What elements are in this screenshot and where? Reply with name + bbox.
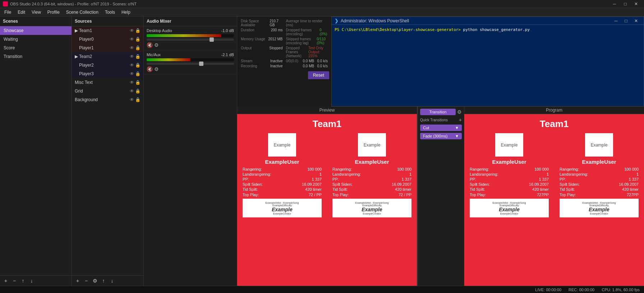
source-team2[interactable]: ▶ Team2 👁 🔒 (72, 52, 143, 61)
program-p1-stats: Rangering:100 000 Landsrangering:1 PP:1 … (470, 167, 549, 192)
ps-close-button[interactable]: ✕ (631, 18, 641, 24)
source-team1[interactable]: ▶ Team1 👁 🔒 (72, 26, 143, 35)
source-background[interactable]: Background 👁 🔒 (72, 95, 143, 104)
stats-panel: Disk Space Available 210.7 GB Average ti… (237, 17, 331, 107)
preview-p1-stats: Rangering:100 000 Landsrangering:1 PP:1 … (243, 167, 322, 192)
scenes-remove-button[interactable]: − (11, 277, 18, 284)
transition-button[interactable]: Transition (420, 109, 456, 115)
preview-p2-stat-5: Tid Spilt:420 timer (332, 187, 411, 192)
audio-desktop-fader[interactable] (147, 39, 234, 41)
sources-down-button[interactable]: ↓ (109, 277, 116, 284)
menu-help[interactable]: Help (119, 9, 133, 15)
stats-memory-label: Memory Usage (241, 37, 265, 45)
source-misc-text[interactable]: Misc Text 👁 🔒 (72, 78, 143, 87)
menu-scene-collection[interactable]: Scene Collection (63, 9, 101, 15)
audio-panel: Audio Mixer Desktop Audio -1.0 dB 🔇 ⚙ (144, 17, 237, 286)
transition-settings-icon[interactable]: ⚙ (457, 109, 462, 115)
program-p2-album-meta: ExampleArtist - ExampleSong (583, 202, 616, 204)
audio-desktop-meter (147, 34, 234, 37)
settings-desktop-button[interactable]: ⚙ (154, 42, 159, 48)
program-p2-album: ExampleArtist - ExampleSong ExampleDiffi… (560, 199, 639, 217)
preview-p2-stats: Rangering:100 000 Landsrangering:1 PP:1 … (332, 167, 411, 192)
program-p1-avatar-text: Example (501, 143, 518, 148)
program-p2-stats: Rangering:100 000 Landsrangering:1 PP:1 … (560, 167, 639, 192)
sources-add-button[interactable]: + (74, 277, 81, 284)
scene-item-waiting[interactable]: Waiting (0, 35, 72, 44)
sources-up-button[interactable]: ↑ (100, 277, 107, 284)
quick-transitions-add-button[interactable]: + (459, 117, 462, 123)
scenes-add-button[interactable]: + (2, 277, 9, 284)
menu-edit[interactable]: Edit (15, 9, 28, 15)
stats-row-disk: Disk Space Available 210.7 GB (239, 19, 284, 27)
preview-p1-name: ExampleUser (265, 159, 299, 165)
minimize-button[interactable]: ─ (610, 0, 620, 8)
menu-file[interactable]: File (1, 9, 14, 15)
scene-item-transition[interactable]: Transition (0, 52, 72, 61)
stats-rec-label: Recording (241, 64, 257, 68)
ps-minimize-button[interactable]: ─ (611, 18, 621, 24)
status-rec: REC: 00:00:00 (569, 288, 594, 292)
audio-mic-thumb[interactable] (199, 62, 203, 66)
menu-bar: File Edit View Profile Scene Collection … (0, 8, 644, 17)
stats-stream2-label: 0/0(0.0) (286, 59, 298, 63)
stats-stream-value: Inactive (270, 59, 282, 63)
menu-tools[interactable]: Tools (102, 9, 118, 15)
stats-disk-label: Disk Space Available (241, 19, 270, 27)
menu-view[interactable]: View (29, 9, 44, 15)
mute-desktop-button[interactable]: 🔇 (147, 42, 153, 48)
scene-item-showcase[interactable]: Showcase (0, 26, 72, 35)
obs-content: Scenes Showcase Waiting Score Transition… (0, 17, 644, 286)
program-players: Example ExampleUser Rangering:100 000 La… (469, 133, 639, 217)
source-player1[interactable]: Player1 👁 🔒 (72, 44, 143, 52)
preview-p1-stat-1: Rangering:100 000 (243, 167, 322, 172)
program-p2-stat-3: PP:1 337 (560, 177, 639, 182)
sources-remove-button[interactable]: − (83, 277, 90, 284)
audio-mic-fader[interactable] (147, 63, 234, 65)
preview-p2-album: ExampleArtist - ExampleSong ExampleDiffi… (332, 199, 411, 217)
ps-title-bar: ❯ Administrator: Windows PowerShell ─ □ … (332, 17, 644, 25)
settings-mic-button[interactable]: ⚙ (154, 66, 159, 72)
fade-button[interactable]: Fade (300ms) ▼ (420, 133, 462, 139)
stats-render-label: Average time to render (ms) (286, 19, 328, 27)
stats-row-stream: Stream Inactive (239, 59, 284, 63)
source-player3[interactable]: Player3 👁 🔒 (72, 69, 143, 78)
mute-mic-button[interactable]: 🔇 (147, 66, 153, 72)
powershell-window: ❯ Administrator: Windows PowerShell ─ □ … (331, 17, 644, 107)
scene-item-score[interactable]: Score (0, 44, 72, 52)
maximize-button[interactable]: □ (620, 0, 630, 8)
preview-p2-album-meta: ExampleArtist - ExampleSong (355, 202, 389, 204)
program-p2-album-meta2: ExampleDifficulty (589, 204, 609, 207)
preview-p2-name: ExampleUser (355, 159, 389, 165)
audio-mic-level: -2.1 dB (221, 53, 234, 57)
stats-row-memory: Memory Usage 2012 MB (239, 37, 284, 45)
sources-settings-button[interactable]: ⚙ (91, 277, 98, 284)
scenes-down-button[interactable]: ↓ (28, 277, 35, 284)
program-p1-album-meta: ExampleArtist - ExampleSong (493, 202, 526, 204)
preview-content: Team1 Example ExampleUser Rangeri (237, 114, 417, 286)
program-team-name: Team1 (540, 118, 569, 130)
program-p1-album: ExampleArtist - ExampleSong ExampleDiffi… (470, 199, 549, 217)
source-team2-icons: 👁 🔒 (130, 54, 141, 59)
preview-p1-stat-4: Spilt Siden:16.09.2007 (243, 182, 322, 187)
source-player2[interactable]: Player2 👁 🔒 (72, 61, 143, 69)
stats-stream2-value: 0.0 MB 0.0 k/s (303, 59, 328, 63)
program-p2-avatar: Example (585, 133, 613, 157)
reset-button[interactable]: Reset (308, 71, 329, 79)
program-p2-avatar-text: Example (591, 143, 608, 148)
audio-desktop-thumb[interactable] (210, 37, 214, 42)
preview-p2-stat-3: PP:1 337 (332, 177, 411, 182)
source-misc-label: Misc Text (75, 80, 93, 85)
stats-row-output: Output Stopped (239, 46, 284, 58)
ps-maximize-button[interactable]: □ (621, 18, 631, 24)
cut-button[interactable]: Cut ▼ (420, 125, 462, 131)
stats-disk-value: 210.7 GB (270, 19, 282, 27)
scene-list: Showcase Waiting Score Transition (0, 26, 72, 275)
program-p2-topplay: Top Play:727PP (560, 192, 639, 198)
program-p1-album-creator: ExampleCreator (500, 212, 519, 215)
menu-profile[interactable]: Profile (45, 9, 63, 15)
audio-desktop-fill (147, 34, 221, 37)
source-grid[interactable]: Grid 👁 🔒 (72, 87, 143, 95)
close-button[interactable]: ✕ (631, 0, 641, 8)
scenes-up-button[interactable]: ↑ (19, 277, 27, 284)
source-player0[interactable]: Player0 👁 🔒 (72, 35, 143, 44)
